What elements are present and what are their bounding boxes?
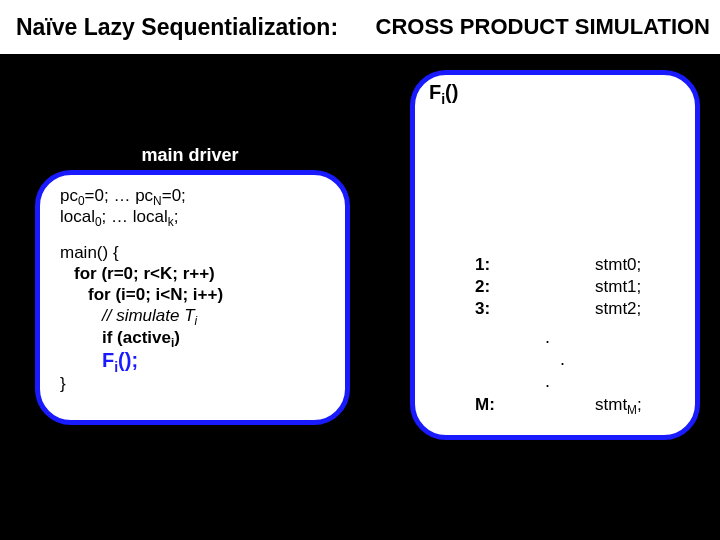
main-driver-box: pc0=0; … pcN=0; local0; … localk; main()… bbox=[35, 170, 350, 425]
title-bar: Naïve Lazy Sequentialization: CROSS PROD… bbox=[0, 0, 720, 54]
ellipsis-dot-2: . bbox=[560, 349, 565, 370]
fi-stmt-2: stmt1; bbox=[595, 277, 641, 299]
for-r-line: for (r=0; r<K; r++) bbox=[60, 263, 325, 284]
call-fi-line: Fi(); bbox=[60, 348, 325, 373]
main-driver-label: main driver bbox=[90, 145, 290, 166]
title-right: CROSS PRODUCT SIMULATION bbox=[376, 14, 710, 40]
fi-stmts-col: stmt0; stmt1; stmt2; bbox=[595, 255, 641, 321]
slide: Naïve Lazy Sequentialization: CROSS PROD… bbox=[0, 0, 720, 540]
fi-label-m: M: bbox=[475, 395, 495, 415]
init-local-line: local0; … localk; bbox=[60, 206, 325, 227]
fi-stmt-3: stmt2; bbox=[595, 299, 641, 321]
ellipsis-dot-3: . bbox=[545, 371, 550, 392]
fi-labels-col: 1: 2: 3: bbox=[475, 255, 490, 321]
if-active-line: if (activei) bbox=[60, 327, 325, 348]
main-driver-content: pc0=0; … pcN=0; local0; … localk; main()… bbox=[60, 185, 325, 394]
fi-stmt-1: stmt0; bbox=[595, 255, 641, 277]
main-close: } bbox=[60, 373, 325, 394]
title-left: Naïve Lazy Sequentialization: bbox=[16, 14, 338, 41]
fi-box: Fi() 1: 2: 3: stmt0; stmt1; stmt2; . . .… bbox=[410, 70, 700, 440]
simulate-comment: // simulate Ti bbox=[60, 305, 325, 326]
fi-label-1: 1: bbox=[475, 255, 490, 277]
ellipsis-dot-1: . bbox=[545, 327, 550, 348]
fi-stmt-m: stmtM; bbox=[595, 395, 642, 415]
fi-title: Fi() bbox=[429, 81, 458, 104]
main-open: main() { bbox=[60, 242, 325, 263]
fi-label-3: 3: bbox=[475, 299, 490, 321]
init-pc-line: pc0=0; … pcN=0; bbox=[60, 185, 325, 206]
fi-label-2: 2: bbox=[475, 277, 490, 299]
for-i-line: for (i=0; i<N; i++) bbox=[60, 284, 325, 305]
